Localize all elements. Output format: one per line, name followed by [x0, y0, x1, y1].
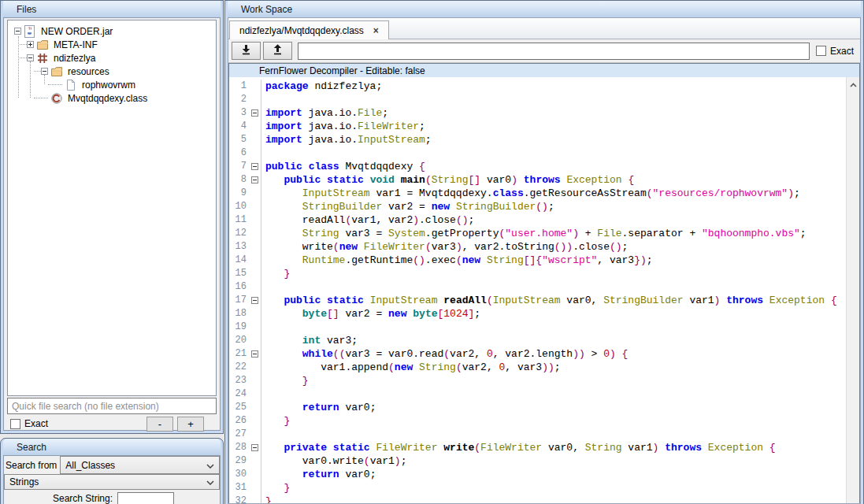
fold-margin	[250, 80, 261, 93]
search-from-select[interactable]: All_Classes	[60, 456, 220, 474]
search-from-value: All_Classes	[65, 460, 115, 471]
tree-item-meta-inf[interactable]: META-INF	[8, 38, 216, 51]
fold-margin	[250, 213, 261, 227]
tree-item-mvqtdqqdexy-class[interactable]: Mvqtdqqdexy.class	[8, 91, 216, 105]
code-line: 5import java.io.InputStream;	[229, 133, 846, 146]
tree-item-label: NEW ORDER.jar	[39, 26, 114, 37]
fold-collapse-icon[interactable]	[251, 163, 258, 170]
code-line: 25 return var0;	[229, 401, 846, 414]
fold-margin	[250, 200, 261, 213]
save-down-arrow-icon	[240, 44, 252, 57]
search-panel-titlebar: Search	[3, 439, 221, 455]
code-line-text: public class Mvqtdqqdexy {	[265, 160, 425, 173]
fold-margin	[250, 240, 261, 254]
line-number: 16	[229, 280, 250, 294]
fold-margin	[250, 321, 261, 334]
tab-class-file[interactable]: ndizfezlya/Mvqtdqqdexy.class ×	[229, 20, 389, 39]
line-number: 24	[229, 387, 250, 401]
workspace-panel: Work Space ndizfezlya/Mvqtdqqdexy.class …	[224, 0, 864, 504]
search-string-input[interactable]	[117, 492, 174, 504]
code-line: 11 readAll(var1, var2).close();	[229, 213, 846, 227]
fold-margin	[250, 374, 261, 387]
code-line: 32}	[229, 495, 846, 503]
tree-item-label: rophwovrwm	[80, 80, 137, 91]
code-line-text: }	[265, 414, 290, 428]
tree-connector	[34, 98, 48, 98]
tab-close-icon[interactable]: ×	[373, 25, 379, 36]
search-string-label: Search String:	[53, 493, 113, 504]
file-tree: NEW ORDER.jarMETA-INFndizfezlyaresources…	[8, 20, 216, 105]
code-area[interactable]: 1package ndizfezlya;23import java.io.Fil…	[229, 77, 846, 503]
quick-file-search-input[interactable]	[7, 398, 217, 414]
code-line: 19	[229, 321, 846, 334]
fold-collapse-icon[interactable]	[251, 109, 258, 117]
collapse-icon[interactable]	[27, 54, 34, 61]
search-type-value: Strings	[9, 476, 39, 487]
code-line-text: }	[265, 495, 272, 503]
code-line-text: public static void main(String[] var0) t…	[265, 173, 634, 187]
fold-margin	[250, 267, 261, 280]
save-up-arrow-icon	[272, 44, 284, 57]
fold-margin	[250, 294, 261, 307]
increase-font-button[interactable]: +	[177, 417, 204, 432]
workspace-titlebar: Work Space	[228, 1, 861, 17]
code-line-text: readAll(var1, var2).close();	[265, 213, 474, 227]
fold-margin	[250, 160, 261, 173]
chevron-down-icon	[206, 476, 214, 487]
line-number: 12	[229, 227, 250, 240]
fold-margin	[250, 347, 261, 361]
save-down-arrow-button[interactable]	[232, 42, 261, 60]
tree-item-ndizfezlya[interactable]: ndizfezlya	[8, 51, 216, 65]
chevron-down-icon	[206, 460, 214, 471]
collapse-icon[interactable]	[41, 68, 48, 75]
tree-item-resources[interactable]: resources	[8, 65, 216, 78]
fold-margin	[250, 401, 261, 414]
code-line: 26 }	[229, 414, 846, 428]
line-number: 20	[229, 334, 250, 347]
code-editor[interactable]: 1package ndizfezlya;23import java.io.Fil…	[229, 77, 859, 503]
editor-frame: FernFlower Decompiler - Editable: false …	[228, 63, 860, 503]
code-line: 20 int var3;	[229, 334, 846, 347]
fold-collapse-icon[interactable]	[251, 350, 258, 358]
fold-collapse-icon[interactable]	[251, 297, 258, 304]
line-number: 30	[229, 468, 250, 481]
decompiler-info-text: FernFlower Decompiler - Editable: false	[259, 65, 425, 76]
tree-connector	[48, 84, 62, 85]
editor-vertical-scrollbar[interactable]	[846, 77, 859, 503]
fold-margin	[250, 334, 261, 347]
line-number: 23	[229, 374, 250, 387]
chevron-up-icon	[850, 79, 857, 90]
files-exact-checkbox[interactable]	[10, 419, 20, 429]
files-panel-titlebar: Files	[3, 1, 221, 17]
tree-connector	[20, 44, 27, 45]
expand-icon[interactable]	[27, 41, 34, 48]
line-number: 15	[229, 267, 250, 280]
tab-label: ndizfezlya/Mvqtdqqdexy.class	[239, 25, 364, 36]
editor-exact-checkbox[interactable]	[816, 46, 826, 56]
fold-collapse-icon[interactable]	[251, 444, 258, 451]
fold-collapse-icon[interactable]	[251, 176, 258, 183]
code-line: 7public class Mvqtdqqdexy {	[229, 160, 846, 173]
tree-item-new-order-jar[interactable]: NEW ORDER.jar	[8, 24, 216, 38]
tree-item-label: resources	[66, 66, 111, 77]
collapse-icon[interactable]	[14, 28, 21, 35]
save-up-arrow-button[interactable]	[263, 42, 292, 60]
search-from-label: Search from	[4, 456, 60, 474]
fold-margin	[250, 495, 261, 503]
decrease-font-button[interactable]: -	[146, 417, 173, 432]
line-number: 19	[229, 321, 250, 334]
fold-margin	[250, 146, 261, 160]
scroll-up-button[interactable]	[847, 77, 859, 91]
decompiler-info-bar: FernFlower Decompiler - Editable: false	[229, 64, 859, 77]
fold-margin	[250, 120, 261, 133]
tree-connector	[34, 71, 41, 72]
line-number: 4	[229, 120, 250, 133]
line-number: 14	[229, 254, 250, 267]
editor-search-input[interactable]	[298, 43, 810, 60]
tree-item-rophwovrwm[interactable]: rophwovrwm	[8, 78, 216, 91]
search-panel-title: Search	[17, 442, 46, 453]
folder-icon	[36, 39, 49, 51]
code-line: 13 write(new FileWriter(var3), var2.toSt…	[229, 240, 846, 254]
code-line: 4import java.io.FileWriter;	[229, 120, 846, 133]
search-type-select[interactable]: Strings	[4, 474, 220, 490]
